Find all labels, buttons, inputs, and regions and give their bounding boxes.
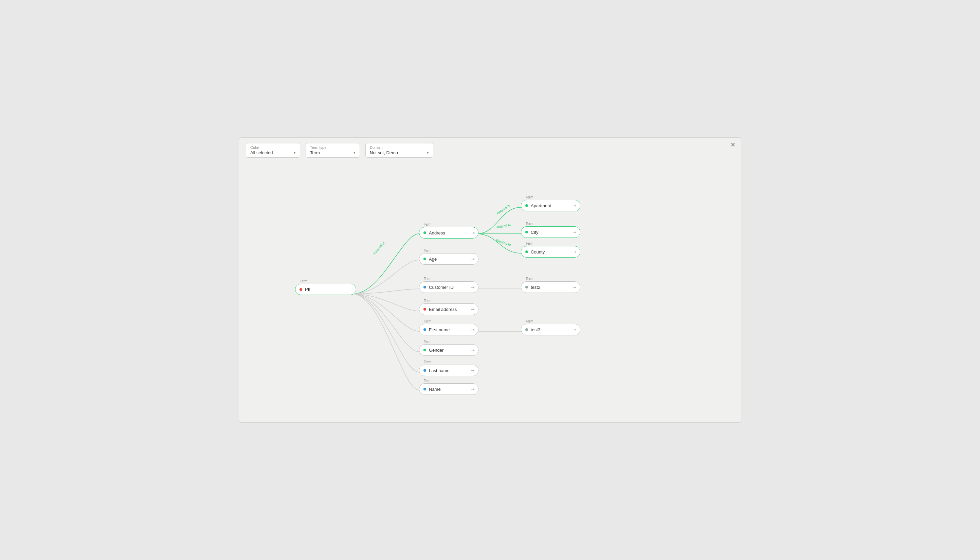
domain-chevron-icon: ▾	[427, 150, 429, 155]
email-dot	[424, 308, 426, 311]
color-chevron-icon: ▾	[294, 150, 296, 155]
node-city-label: Term	[525, 222, 534, 226]
address-enter-icon: ⇥	[471, 230, 475, 235]
term-type-label: Term type	[310, 145, 355, 150]
gender-enter-icon: ⇥	[471, 347, 475, 353]
age-enter-icon: ⇥	[471, 256, 475, 262]
node-address-label: Term	[423, 223, 432, 226]
name-enter-icon: ⇥	[471, 387, 475, 392]
city-enter-icon: ⇥	[573, 229, 576, 235]
first-name-dot	[424, 328, 426, 331]
term-type-value: Term ▾	[310, 150, 355, 155]
test3-text: test3	[531, 327, 570, 332]
node-county-label: Term	[525, 242, 534, 245]
modal-container: ✕ Color All selected ▾ Term type Term ▾ …	[239, 137, 741, 423]
svg-text:Related to: Related to	[495, 223, 512, 229]
test3-enter-icon: ⇥	[573, 327, 576, 332]
email-enter-icon: ⇥	[471, 307, 475, 312]
test2-enter-icon: ⇥	[573, 284, 576, 290]
color-dropdown[interactable]: Color All selected ▾	[246, 143, 300, 158]
apartment-dot	[525, 204, 528, 207]
first-name-enter-icon: ⇥	[471, 327, 475, 332]
county-enter-icon: ⇥	[573, 249, 576, 255]
node-email-label: Term	[423, 299, 432, 303]
address-text: Address	[429, 230, 468, 235]
node-gender-label: Term	[423, 340, 432, 343]
test2-text: test2	[531, 285, 570, 290]
first-name-text: First name	[429, 327, 468, 332]
test3-dot	[525, 328, 528, 331]
node-last-name-label: Term	[423, 360, 432, 364]
city-dot	[525, 231, 528, 233]
node-pii-label: Term	[299, 279, 308, 283]
domain-dropdown[interactable]: Domain Not set, Demo ▾	[365, 143, 433, 158]
color-label: Color	[250, 145, 296, 150]
node-test2-label: Term	[525, 277, 534, 281]
last-name-enter-icon: ⇥	[471, 368, 475, 373]
close-button[interactable]: ✕	[731, 142, 736, 148]
svg-text:Related to: Related to	[372, 241, 385, 255]
term-type-dropdown[interactable]: Term type Term ▾	[306, 143, 360, 158]
age-dot	[424, 258, 426, 260]
county-dot	[525, 250, 528, 253]
svg-text:Related to: Related to	[495, 238, 512, 247]
color-value: All selected ▾	[250, 150, 296, 155]
node-test3-label: Term	[525, 319, 534, 323]
gender-dot	[424, 348, 426, 352]
node-customer-id-label: Term	[423, 277, 432, 281]
toolbar: Color All selected ▾ Term type Term ▾ Do…	[239, 138, 741, 163]
last-name-dot	[424, 369, 426, 372]
gender-text: Gender	[429, 348, 468, 353]
pii-dot	[299, 288, 302, 291]
term-type-chevron-icon: ▾	[354, 150, 355, 155]
name-dot	[424, 388, 426, 390]
node-first-name-label: Term	[423, 319, 432, 323]
address-dot	[424, 232, 426, 234]
apartment-enter-icon: ⇥	[573, 203, 576, 208]
domain-value: Not set, Demo ▾	[370, 150, 429, 155]
svg-text:Related to: Related to	[496, 203, 511, 215]
customer-id-dot	[424, 286, 426, 288]
name-text: Name	[429, 387, 468, 392]
test2-dot	[525, 286, 528, 288]
apartment-text: Apartment	[531, 203, 570, 208]
city-text: City	[531, 230, 570, 235]
age-text: Age	[429, 257, 468, 262]
domain-label: Domain	[370, 145, 429, 150]
canvas: Related to Related to Related to Related…	[239, 163, 741, 423]
last-name-text: Last name	[429, 368, 468, 373]
county-text: County	[531, 249, 570, 255]
customer-id-text: Customer ID	[429, 285, 468, 290]
pii-text: PII	[305, 287, 352, 292]
customer-id-enter-icon: ⇥	[471, 284, 475, 290]
email-text: Email address	[429, 307, 468, 312]
node-name-label: Term	[423, 379, 432, 383]
node-age-label: Term	[423, 249, 432, 252]
node-apartment-label: Term	[525, 195, 534, 199]
